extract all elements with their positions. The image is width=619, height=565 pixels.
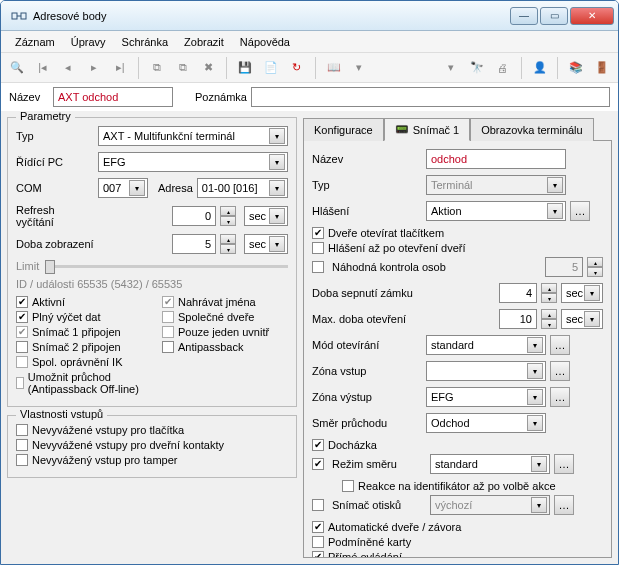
- refresh-unit-combo[interactable]: sec▾: [244, 206, 288, 226]
- copy-icon[interactable]: ⧉: [173, 58, 193, 78]
- toolbar: 🔍 |◂ ◂ ▸ ▸| ⧉ ⧉ ✖ 💾 📄 ↻ 📖 ▾ ▾ 🔭 🖨 👤 📚 🚪: [1, 53, 618, 83]
- tab-konfigurace[interactable]: Konfigurace: [303, 118, 384, 141]
- new-icon[interactable]: ⧉: [147, 58, 167, 78]
- auto-check[interactable]: ✔Automatické dveře / závora: [312, 521, 603, 533]
- poznamka-input[interactable]: [251, 87, 610, 107]
- aktivni-check[interactable]: ✔Aktivní: [16, 296, 142, 308]
- doba-unit-combo[interactable]: sec▾: [244, 234, 288, 254]
- prev-icon[interactable]: ◂: [59, 58, 79, 78]
- mod-combo[interactable]: standard▾: [426, 335, 546, 355]
- last-icon[interactable]: ▸|: [110, 58, 130, 78]
- save-icon[interactable]: 💾: [235, 58, 255, 78]
- menu-zobrazit[interactable]: Zobrazit: [176, 33, 232, 51]
- zonavy-combo[interactable]: EFG▾: [426, 387, 546, 407]
- zonavy-more-button[interactable]: …: [550, 387, 570, 407]
- prime-check[interactable]: ✔Přímé ovládání: [312, 551, 603, 558]
- anti-check[interactable]: Antipassback: [162, 341, 288, 353]
- next-icon[interactable]: ▸: [84, 58, 104, 78]
- r-nazev-input[interactable]: odchod: [426, 149, 566, 169]
- first-icon[interactable]: |◂: [33, 58, 53, 78]
- doba-label: Doba zobrazení: [16, 238, 94, 250]
- refresh-icon[interactable]: ↻: [287, 58, 307, 78]
- parametry-legend: Parametry: [16, 111, 75, 122]
- find-icon[interactable]: 🔭: [467, 58, 487, 78]
- sepnuti-input[interactable]: 4: [499, 283, 537, 303]
- doba-spinner[interactable]: ▴▾: [220, 234, 236, 254]
- ridici-label: Řídící PC: [16, 156, 94, 168]
- sepnuti-unit[interactable]: sec▾: [561, 283, 603, 303]
- com-label: COM: [16, 182, 94, 194]
- nahodna-check[interactable]: [312, 261, 324, 273]
- com-combo[interactable]: 007▾: [98, 178, 148, 198]
- name-bar: Název AXT odchod Poznámka: [1, 83, 618, 111]
- nazev-input[interactable]: AXT odchod: [53, 87, 173, 107]
- typ-combo[interactable]: AXT - Multifunkční terminál▾: [98, 126, 288, 146]
- otisk-label: Snímač otisků: [332, 499, 426, 511]
- tlacitka-check[interactable]: Nevyvážené vstupy pro tlačítka: [16, 424, 288, 436]
- mod-label: Mód otevírání: [312, 339, 422, 351]
- close-button[interactable]: ✕: [570, 7, 614, 25]
- poznamka-label: Poznámka: [195, 91, 247, 103]
- typ-label: Typ: [16, 130, 94, 142]
- tamper-check[interactable]: Nevyvážený vstup pro tamper: [16, 454, 288, 466]
- search-icon[interactable]: 🔍: [7, 58, 27, 78]
- podm-check[interactable]: Podmíněné karty: [312, 536, 603, 548]
- print-icon[interactable]: 🖨: [493, 58, 513, 78]
- rezim-more-button[interactable]: …: [554, 454, 574, 474]
- zonavs-combo[interactable]: ▾: [426, 361, 546, 381]
- adresa-combo[interactable]: 01-00 [016]▾: [197, 178, 288, 198]
- r-hlaseni-combo[interactable]: Aktion▾: [426, 201, 566, 221]
- menu-schranka[interactable]: Schránka: [114, 33, 176, 51]
- sepnuti-spinner[interactable]: ▴▾: [541, 283, 557, 303]
- maximize-button[interactable]: ▭: [540, 7, 568, 25]
- adresa-label: Adresa: [158, 182, 193, 194]
- sn1-check: ✔Snímač 1 připojen: [16, 326, 142, 338]
- maxot-spinner[interactable]: ▴▾: [541, 309, 557, 329]
- spol-check: Spol. oprávnění IK: [16, 356, 142, 368]
- titlebar: Adresové body — ▭ ✕: [1, 1, 618, 31]
- menu-upravy[interactable]: Úpravy: [63, 33, 114, 51]
- hlaseniaz-check[interactable]: Hlášení až po otevření dveří: [312, 242, 603, 254]
- menu-napoveda[interactable]: Nápověda: [232, 33, 298, 51]
- rezim-combo[interactable]: standard▾: [430, 454, 550, 474]
- ridici-combo[interactable]: EFG▾: [98, 152, 288, 172]
- exit-icon[interactable]: 🚪: [592, 58, 612, 78]
- window-title: Adresové body: [33, 10, 510, 22]
- plny-check[interactable]: ✔Plný výčet dat: [16, 311, 142, 323]
- rezim-check[interactable]: ✔: [312, 458, 324, 470]
- maxot-input[interactable]: 10: [499, 309, 537, 329]
- refresh-spinner[interactable]: ▴▾: [220, 206, 236, 226]
- tab-obrazovka[interactable]: Obrazovka terminálu: [470, 118, 594, 141]
- menu-zaznam[interactable]: Záznam: [7, 33, 63, 51]
- otisk-more-button[interactable]: …: [554, 495, 574, 515]
- dochazka-check[interactable]: ✔Docházka: [312, 439, 603, 451]
- r-hlaseni-label: Hlášení: [312, 205, 422, 217]
- zonavs-more-button[interactable]: …: [550, 361, 570, 381]
- user-icon[interactable]: 👤: [530, 58, 550, 78]
- maxot-unit[interactable]: sec▾: [561, 309, 603, 329]
- delete-icon[interactable]: ✖: [199, 58, 219, 78]
- tab-snimac1[interactable]: 📟Snímač 1: [384, 118, 470, 141]
- reakce-check[interactable]: Reakce na identifikátor až po volbě akce: [342, 480, 603, 492]
- otisk-combo: výchozí▾: [430, 495, 550, 515]
- otisk-check[interactable]: [312, 499, 324, 511]
- sn2-check[interactable]: Snímač 2 připojen: [16, 341, 142, 353]
- hlaseni-more-button[interactable]: …: [570, 201, 590, 221]
- minimize-button[interactable]: —: [510, 7, 538, 25]
- zonavy-label: Zóna výstup: [312, 391, 422, 403]
- drop-icon[interactable]: ▾: [350, 58, 370, 78]
- drop2-icon[interactable]: ▾: [441, 58, 461, 78]
- kontakty-check[interactable]: Nevyvážené vstupy pro dveřní kontakty: [16, 439, 288, 451]
- dvere-check[interactable]: ✔Dveře otevírat tlačítkem: [312, 227, 603, 239]
- mod-more-button[interactable]: …: [550, 335, 570, 355]
- refresh-input[interactable]: 0: [172, 206, 216, 226]
- vstupy-group: Vlastnosti vstupů Nevyvážené vstupy pro …: [7, 415, 297, 478]
- book-icon[interactable]: 📖: [324, 58, 344, 78]
- doba-input[interactable]: 5: [172, 234, 216, 254]
- r-typ-combo: Terminál▾: [426, 175, 566, 195]
- smer-combo[interactable]: Odchod▾: [426, 413, 546, 433]
- zonavs-label: Zóna vstup: [312, 365, 422, 377]
- help-icon[interactable]: 📚: [566, 58, 586, 78]
- nahodna-label: Náhodná kontrola osob: [332, 261, 541, 273]
- doc-icon[interactable]: 📄: [261, 58, 281, 78]
